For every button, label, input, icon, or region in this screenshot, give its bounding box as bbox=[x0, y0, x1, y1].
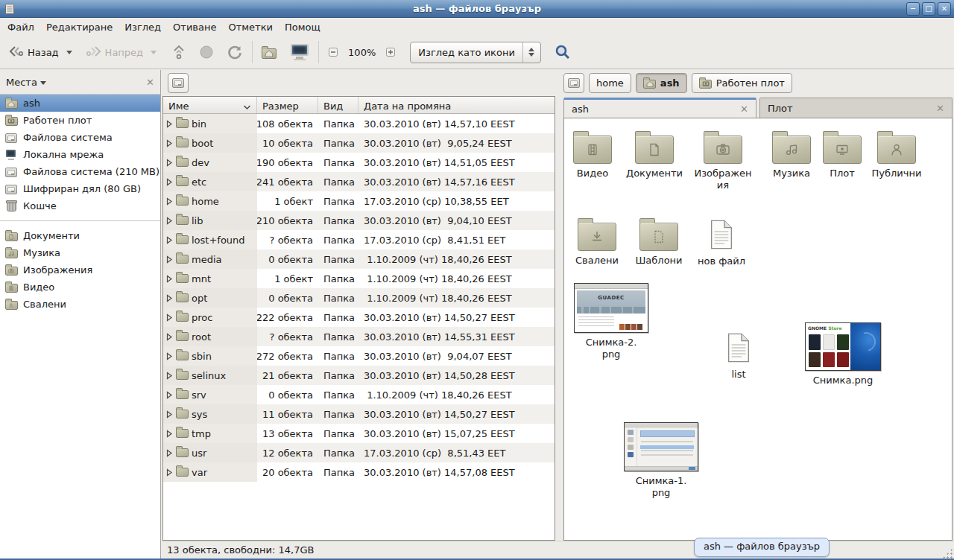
tree-row[interactable]: etc241 обектаПапка30.03.2010 (вт) 14,57,… bbox=[163, 172, 555, 191]
expander-icon[interactable] bbox=[166, 314, 173, 322]
breadcrumb-root-button[interactable] bbox=[168, 73, 189, 93]
maximize-button[interactable]: □ bbox=[922, 2, 935, 16]
tree-row[interactable]: tmp13 обектаПапка30.03.2010 (вт) 15,07,2… bbox=[163, 424, 555, 443]
menu-Редактиране[interactable]: Редактиране bbox=[45, 20, 113, 34]
minimize-button[interactable]: ─ bbox=[906, 2, 920, 16]
sidebar-item[interactable]: Документи bbox=[0, 227, 160, 244]
sidebar-item[interactable]: Файлова система (210 MB) bbox=[0, 163, 160, 180]
tree-row[interactable]: bin108 обектаПапка30.03.2010 (вт) 14,57,… bbox=[163, 114, 555, 133]
column-header-date[interactable]: Дата на промяна bbox=[358, 97, 555, 113]
tab-Плот[interactable]: Плот✕ bbox=[759, 98, 953, 118]
stop-button[interactable] bbox=[195, 41, 218, 63]
expander-icon[interactable] bbox=[166, 255, 173, 264]
image-thumbnail: GNOME Store bbox=[805, 322, 881, 371]
sidebar-item[interactable]: Свалени bbox=[0, 296, 160, 313]
tree-row[interactable]: boot10 обектаПапка30.03.2010 (вт) 9,05,2… bbox=[163, 133, 555, 153]
titlebar[interactable]: ash — файлов браузър ─ □ ✕ bbox=[0, 0, 954, 18]
tree-row[interactable]: dev190 обектаПапка30.03.2010 (вт) 14,51,… bbox=[163, 153, 555, 172]
folder-documents-icon bbox=[4, 229, 18, 242]
file-item[interactable]: нов файл bbox=[680, 220, 762, 267]
column-header-name[interactable]: Име bbox=[163, 97, 257, 113]
forward-dropdown-icon[interactable] bbox=[151, 51, 157, 54]
breadcrumb-ash-button[interactable]: ash bbox=[636, 73, 687, 93]
expander-icon[interactable] bbox=[166, 372, 173, 380]
tree-row[interactable]: sbin272 обектаПапка30.03.2010 (вт) 9,04,… bbox=[163, 346, 555, 366]
sidebar-item[interactable]: Файлова система bbox=[0, 129, 160, 146]
sidebar-item[interactable]: Изображения bbox=[0, 261, 160, 279]
tree-row[interactable]: proc222 обектаПапка30.03.2010 (вт) 14,50… bbox=[163, 308, 555, 327]
menu-Помощ[interactable]: Помощ bbox=[284, 20, 321, 34]
tree-row[interactable]: selinux21 обектаПапка30.03.2010 (вт) 14,… bbox=[163, 366, 555, 385]
sidebar-item[interactable]: ash bbox=[0, 95, 160, 112]
expander-icon[interactable] bbox=[166, 468, 173, 477]
expander-icon[interactable] bbox=[166, 275, 173, 283]
close-button[interactable]: ✕ bbox=[938, 2, 951, 16]
home-button[interactable] bbox=[258, 43, 280, 62]
tree-row[interactable]: lost+found? обектаПапка17.03.2010 (ср) 8… bbox=[163, 230, 555, 249]
search-button[interactable] bbox=[550, 40, 575, 64]
menu-Отметки[interactable]: Отметки bbox=[227, 20, 273, 34]
places-close-icon[interactable]: ✕ bbox=[146, 77, 154, 88]
reload-button[interactable] bbox=[223, 41, 247, 63]
computer-button[interactable] bbox=[286, 41, 313, 63]
tree-row[interactable]: root? обектаПапка30.03.2010 (вт) 14,55,3… bbox=[163, 327, 555, 346]
expander-icon[interactable] bbox=[166, 159, 173, 167]
file-item[interactable]: list bbox=[698, 333, 780, 381]
expander-icon[interactable] bbox=[166, 217, 173, 225]
zoom-out-button[interactable] bbox=[324, 43, 342, 61]
places-header-label[interactable]: Места bbox=[6, 77, 37, 88]
tree-row[interactable]: media0 обектаПапка 1.10.2009 (чт) 18,40,… bbox=[163, 249, 555, 269]
expander-icon[interactable] bbox=[166, 430, 173, 438]
file-item[interactable]: Публични bbox=[856, 130, 938, 179]
places-header-chevron-icon[interactable] bbox=[40, 81, 46, 85]
expander-icon[interactable] bbox=[166, 333, 173, 341]
tree-row[interactable]: srv0 обектаПапка 1.10.2009 (чт) 18,40,26… bbox=[163, 385, 555, 404]
sidebar-item[interactable]: Шифриран дял (80 GB) bbox=[0, 180, 160, 197]
column-header-type[interactable]: Вид bbox=[318, 97, 358, 113]
tree-row[interactable]: opt0 обектаПапка 1.10.2009 (чт) 18,40,26… bbox=[163, 288, 555, 308]
breadcrumb-Работен плот-button[interactable]: Работен плот bbox=[692, 73, 792, 93]
forward-button[interactable]: Напред bbox=[82, 42, 160, 63]
tab-close-icon[interactable]: ✕ bbox=[740, 104, 748, 115]
expander-icon[interactable] bbox=[166, 120, 173, 128]
menu-Отиване[interactable]: Отиване bbox=[172, 20, 217, 34]
column-header-size[interactable]: Размер bbox=[257, 97, 318, 113]
sidebar-item[interactable]: Видео bbox=[0, 279, 160, 296]
expander-icon[interactable] bbox=[166, 352, 173, 360]
file-item[interactable]: Снимка-1.png bbox=[620, 422, 702, 499]
tree-row[interactable]: mnt1 обектПапка 1.10.2009 (чт) 18,40,26 … bbox=[163, 269, 555, 288]
row-type: Папка bbox=[323, 351, 355, 362]
breadcrumb-root-button[interactable] bbox=[563, 73, 584, 93]
expander-icon[interactable] bbox=[166, 410, 173, 419]
menu-Изглед[interactable]: Изглед bbox=[124, 20, 162, 34]
tree-row[interactable]: lib210 обектаПапка30.03.2010 (вт) 9,04,1… bbox=[163, 211, 555, 230]
expander-icon[interactable] bbox=[166, 294, 173, 302]
back-dropdown-icon[interactable] bbox=[66, 51, 72, 54]
tree-row[interactable]: home1 обектПапка17.03.2010 (ср) 10,38,55… bbox=[163, 191, 555, 211]
folder-icon bbox=[639, 223, 678, 251]
sidebar-item[interactable]: Музика bbox=[0, 244, 160, 261]
zoom-in-button[interactable] bbox=[382, 43, 399, 61]
expander-icon[interactable] bbox=[166, 236, 173, 244]
view-mode-select[interactable]: Изглед като икони bbox=[410, 42, 541, 63]
tab-close-icon[interactable]: ✕ bbox=[936, 103, 944, 114]
sidebar-item[interactable]: Работен плот bbox=[0, 112, 160, 129]
expander-icon[interactable] bbox=[166, 197, 173, 206]
expander-icon[interactable] bbox=[166, 139, 173, 147]
menu-Файл[interactable]: Файл bbox=[7, 20, 35, 34]
file-item[interactable]: GUADECСнимка-2.png bbox=[570, 283, 652, 360]
tree-row[interactable]: sys11 обектаПапка30.03.2010 (вт) 14,50,2… bbox=[163, 404, 555, 424]
up-button[interactable] bbox=[168, 41, 190, 63]
tree-row[interactable]: var20 обектаПапка30.03.2010 (вт) 14,57,0… bbox=[163, 462, 555, 482]
breadcrumb-home-button[interactable]: home bbox=[589, 73, 631, 93]
row-type: Папка bbox=[323, 312, 355, 323]
expander-icon[interactable] bbox=[166, 449, 173, 457]
back-button[interactable]: Назад bbox=[4, 42, 76, 63]
file-item[interactable]: GNOME StoreСнимка.png bbox=[802, 322, 884, 386]
sidebar-item[interactable]: Кошче bbox=[0, 197, 160, 214]
sidebar-item[interactable]: Локална мрежа bbox=[0, 146, 160, 163]
expander-icon[interactable] bbox=[166, 391, 173, 399]
expander-icon[interactable] bbox=[166, 178, 173, 186]
tree-row[interactable]: usr12 обектаПапка17.03.2010 (ср) 8,51,43… bbox=[163, 443, 555, 462]
tab-ash[interactable]: ash✕ bbox=[563, 98, 756, 118]
